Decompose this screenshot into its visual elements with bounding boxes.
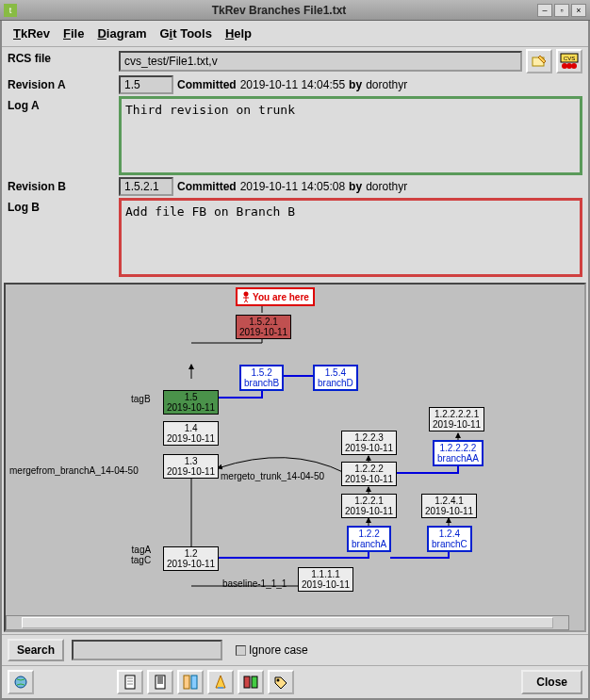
svg-point-5 — [571, 63, 577, 69]
revA-value[interactable]: 1.5 — [119, 75, 173, 94]
revA-by-lbl: by — [349, 78, 362, 91]
cvs-icon[interactable]: CVS — [556, 49, 582, 73]
revB-date: 2019-10-11 14:05:08 — [240, 180, 345, 193]
tool-doc1-icon[interactable] — [117, 670, 143, 694]
revA-date: 2019-10-11 14:04:55 — [240, 78, 345, 91]
svg-rect-22 — [125, 676, 135, 689]
svg-rect-35 — [252, 676, 257, 688]
ignore-case-label: Ignore case — [249, 643, 308, 657]
close-window-button[interactable]: × — [571, 4, 586, 17]
diagram-scrollbar[interactable] — [6, 615, 569, 630]
node-1-2-4-1[interactable]: 1.2.4.12019-10-11 — [421, 494, 477, 518]
revA-committed-lbl: Committed — [177, 78, 237, 91]
node-1-2-2-2-2-1[interactable]: 1.2.2.2.2.12019-10-11 — [429, 407, 484, 431]
menubar: TkRev File Diagram Git Tools Help — [2, 21, 588, 47]
rcs-file-input[interactable] — [119, 51, 522, 72]
node-1-2[interactable]: 1.22019-10-11 — [163, 546, 219, 571]
svg-point-36 — [277, 679, 280, 682]
svg-rect-34 — [244, 676, 250, 688]
tool-diff-icon[interactable] — [177, 670, 204, 694]
rcs-label: RCS file — [8, 49, 119, 73]
close-button[interactable]: Close — [521, 670, 582, 694]
ignore-case-checkbox[interactable] — [236, 645, 246, 656]
menu-diagram[interactable]: Diagram — [91, 24, 152, 42]
tool-annotate-icon[interactable] — [207, 670, 234, 694]
window-title: TkRev Branches File1.txt — [23, 4, 535, 17]
tag-baseline: baseline-1_1_1 — [222, 578, 287, 589]
tool-doc2-icon[interactable] — [147, 670, 173, 694]
maximize-button[interactable]: ▫ — [554, 4, 569, 17]
toolbar: Close — [2, 665, 588, 698]
svg-text:CVS: CVS — [564, 56, 575, 61]
node-1-5[interactable]: 1.52019-10-11 — [163, 390, 219, 415]
node-1-5-4-branchD[interactable]: 1.5.4branchD — [313, 365, 358, 391]
revB-value[interactable]: 1.5.2.1 — [119, 177, 173, 196]
you-are-here: You are here — [236, 287, 315, 306]
logB-label: Log B — [8, 198, 119, 277]
node-1-5-2-branchB[interactable]: 1.5.2branchB — [239, 365, 284, 391]
menu-file[interactable]: File — [57, 24, 90, 42]
tag-mergefrom: mergefrom_branchA_14-04-50 — [9, 465, 139, 476]
revA-user: dorothyr — [366, 78, 407, 91]
info-panel: RCS file CVS Revision A 1.5 Committed 20… — [2, 47, 588, 281]
app-icon: t — [4, 4, 17, 17]
logA-label: Log A — [8, 96, 119, 175]
tool-split-icon[interactable] — [238, 670, 264, 694]
node-1-4[interactable]: 1.42019-10-11 — [163, 421, 219, 446]
menu-app[interactable]: TkRev — [8, 24, 56, 42]
searchbar: Search Ignore case — [2, 634, 588, 665]
titlebar: t TkRev Branches File1.txt – ▫ × — [0, 0, 590, 21]
edit-file-icon[interactable] — [526, 49, 552, 73]
connection-lines — [6, 285, 584, 630]
search-input[interactable] — [72, 640, 222, 660]
minimize-button[interactable]: – — [537, 4, 552, 17]
node-1-2-2-branchA[interactable]: 1.2.2branchA — [347, 526, 391, 552]
svg-rect-32 — [191, 676, 197, 689]
logA-text[interactable] — [119, 96, 582, 175]
node-1-2-4-branchC[interactable]: 1.2.4branchC — [427, 526, 472, 552]
revB-user: dorothyr — [366, 180, 407, 193]
revB-label: Revision B — [8, 177, 119, 196]
svg-rect-31 — [184, 676, 189, 689]
menu-gittools[interactable]: Git Tools — [154, 24, 217, 42]
branch-diagram[interactable]: You are here 1.5.2.12019-10-11 1.5.2bran… — [4, 283, 586, 632]
search-button[interactable]: Search — [8, 639, 64, 661]
tool-globe-icon[interactable] — [8, 670, 34, 694]
svg-point-21 — [15, 676, 26, 688]
node-1-2-2-3[interactable]: 1.2.2.32019-10-11 — [341, 431, 397, 455]
window-body: TkRev File Diagram Git Tools Help RCS fi… — [0, 21, 590, 700]
node-1-2-2-1[interactable]: 1.2.2.12019-10-11 — [341, 494, 397, 518]
revB-committed-lbl: Committed — [177, 180, 237, 193]
revB-by-lbl: by — [349, 180, 362, 193]
tag-mergeto: mergeto_trunk_14-04-50 — [221, 471, 324, 481]
node-1-2-2-2[interactable]: 1.2.2.22019-10-11 — [341, 462, 397, 486]
node-1-5-2-1[interactable]: 1.5.2.12019-10-11 — [236, 315, 291, 339]
logB-text[interactable] — [119, 198, 582, 277]
tag-tagA-tagC: tagAtagC — [131, 545, 151, 565]
revA-label: Revision A — [8, 75, 119, 94]
node-1-2-2-2-2-branchAA[interactable]: 1.2.2.2.2branchAA — [433, 440, 483, 466]
svg-rect-33 — [218, 687, 223, 689]
node-1-3[interactable]: 1.32019-10-11 — [163, 454, 219, 479]
menu-help[interactable]: Help — [220, 24, 257, 42]
tool-tag-icon[interactable] — [268, 670, 294, 694]
tag-tagB: tagB — [131, 394, 151, 404]
svg-point-20 — [244, 292, 249, 297]
node-1-1-1-1[interactable]: 1.1.1.12019-10-11 — [298, 567, 353, 592]
